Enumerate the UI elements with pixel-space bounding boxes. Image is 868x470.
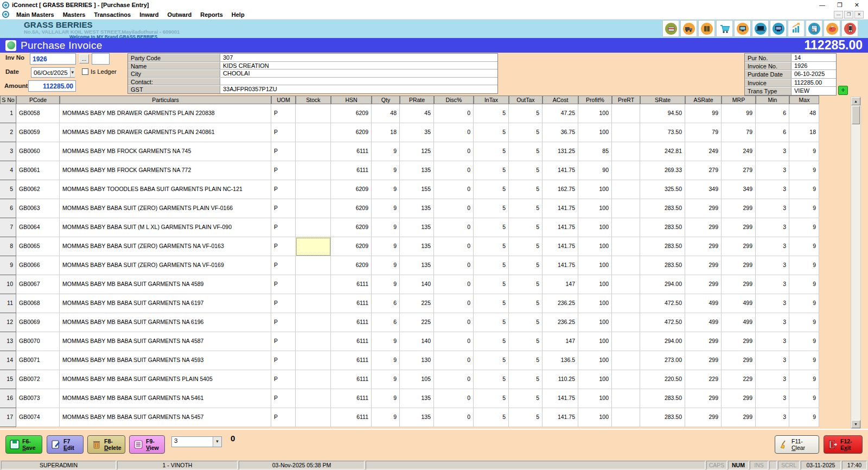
cell-max[interactable]: 9: [789, 294, 819, 313]
cell-particulars[interactable]: MOMMAS BABY MB FROCK GARMENTS NA 772: [60, 161, 271, 180]
cell-mrp[interactable]: 299: [722, 199, 756, 218]
cell-prert[interactable]: [612, 275, 640, 294]
cell-acost[interactable]: 141.75: [542, 389, 578, 408]
cell-srate[interactable]: 94.50: [640, 104, 685, 123]
cell-qty[interactable]: 9: [372, 332, 400, 351]
menu-main-masters[interactable]: Main Masters: [12, 11, 59, 18]
cell-sno[interactable]: 8: [0, 237, 16, 256]
cell-disc[interactable]: 0: [434, 123, 474, 142]
restore-button[interactable]: ❐: [837, 2, 843, 9]
cell-disc[interactable]: 0: [434, 237, 474, 256]
cell-stock[interactable]: [296, 351, 331, 370]
cell-max[interactable]: 18: [789, 123, 819, 142]
cell-stock[interactable]: [296, 180, 331, 199]
cell-disc[interactable]: 0: [434, 161, 474, 180]
cell-uom[interactable]: P: [271, 237, 296, 256]
cell-disc[interactable]: 0: [434, 370, 474, 389]
cell-prert[interactable]: [612, 161, 640, 180]
scrollbar-thumb[interactable]: [852, 106, 860, 124]
cell-pcode[interactable]: GB0066: [16, 256, 60, 275]
cell-min[interactable]: 3: [756, 275, 789, 294]
cell-profit[interactable]: 100: [578, 275, 612, 294]
vertical-scrollbar[interactable]: ▲ ▼: [851, 97, 861, 429]
cell-min[interactable]: 3: [756, 180, 789, 199]
cell-acost[interactable]: 136.5: [542, 351, 578, 370]
cell-uom[interactable]: P: [271, 351, 296, 370]
purchase-field-value[interactable]: 112285.00: [792, 79, 836, 86]
cell-intax[interactable]: 5: [474, 104, 509, 123]
cell-stock[interactable]: [296, 370, 331, 389]
cell-max[interactable]: 9: [789, 389, 819, 408]
cell-hsn[interactable]: 6111: [331, 142, 372, 161]
scroll-up-icon[interactable]: ▲: [851, 97, 860, 105]
cell-outtax[interactable]: 5: [509, 123, 542, 142]
cell-mrp[interactable]: 299: [722, 275, 756, 294]
cell-intax[interactable]: 5: [474, 218, 509, 237]
cell-prate[interactable]: 35: [400, 123, 434, 142]
copies-dropdown-arrow-icon[interactable]: ▼: [213, 437, 221, 447]
cell-max[interactable]: 9: [789, 332, 819, 351]
cell-sno[interactable]: 17: [0, 408, 16, 427]
cell-particulars[interactable]: MOMMAS BABY BABA SUIT (M L XL) GARMENTS …: [60, 218, 271, 237]
cell-uom[interactable]: P: [271, 256, 296, 275]
cell-prate[interactable]: 135: [400, 199, 434, 218]
cell-stock[interactable]: [296, 218, 331, 237]
cell-outtax[interactable]: 5: [509, 180, 542, 199]
cell-acost[interactable]: 141.75: [542, 237, 578, 256]
cell-min[interactable]: 6: [756, 123, 789, 142]
cell-mrp[interactable]: 229: [722, 370, 756, 389]
growth-chart-icon[interactable]: [788, 20, 805, 37]
cell-acost[interactable]: 110.25: [542, 370, 578, 389]
cell-uom[interactable]: P: [271, 370, 296, 389]
cell-min[interactable]: 3: [756, 313, 789, 332]
menu-inward[interactable]: Inward: [135, 11, 163, 18]
delete-button[interactable]: F8-Delete: [87, 435, 125, 454]
cell-qty[interactable]: 9: [372, 370, 400, 389]
cell-srate[interactable]: 269.33: [640, 161, 685, 180]
menu-transactinos[interactable]: Transactinos: [90, 11, 135, 18]
cell-asrate[interactable]: 299: [685, 351, 722, 370]
cell-qty[interactable]: 6: [372, 294, 400, 313]
cell-mrp[interactable]: 499: [722, 313, 756, 332]
cell-disc[interactable]: 0: [434, 142, 474, 161]
mdi-close-button[interactable]: ✕: [854, 11, 864, 18]
cell-min[interactable]: 3: [756, 218, 789, 237]
add-button[interactable]: +: [838, 86, 848, 95]
cell-pcode[interactable]: GB0070: [16, 332, 60, 351]
cell-profit[interactable]: 100: [578, 256, 612, 275]
cell-hsn[interactable]: 6209: [331, 180, 372, 199]
cell-particulars[interactable]: MOMMAS BABY BABA SUIT (ZERO) GARMENTS NA…: [60, 256, 271, 275]
cell-min[interactable]: 3: [756, 237, 789, 256]
cell-prert[interactable]: [612, 199, 640, 218]
cell-prate[interactable]: 135: [400, 256, 434, 275]
cell-min[interactable]: 3: [756, 294, 789, 313]
cell-prate[interactable]: 135: [400, 161, 434, 180]
cell-qty[interactable]: 6: [372, 313, 400, 332]
cell-prate[interactable]: 225: [400, 294, 434, 313]
card-icon[interactable]: [662, 20, 679, 37]
cell-asrate[interactable]: 279: [685, 161, 722, 180]
cell-qty[interactable]: 9: [372, 275, 400, 294]
amount-input[interactable]: 112285.00: [28, 80, 76, 92]
view-button[interactable]: F9-View: [129, 435, 165, 454]
cell-max[interactable]: 48: [789, 104, 819, 123]
cell-outtax[interactable]: 5: [509, 161, 542, 180]
mobile-pay-icon[interactable]: [841, 20, 858, 37]
cell-asrate[interactable]: 299: [685, 218, 722, 237]
cell-intax[interactable]: 5: [474, 332, 509, 351]
cell-min[interactable]: 3: [756, 256, 789, 275]
cell-prate[interactable]: 140: [400, 332, 434, 351]
mdi-restore-button[interactable]: ❐: [844, 11, 853, 18]
cell-disc[interactable]: 0: [434, 199, 474, 218]
cell-min[interactable]: 3: [756, 332, 789, 351]
cell-pcode[interactable]: GB0071: [16, 351, 60, 370]
purchase-field-value[interactable]: 14: [792, 54, 836, 61]
mdi-minimize-button[interactable]: —: [834, 11, 843, 18]
cell-uom[interactable]: P: [271, 123, 296, 142]
cell-prert[interactable]: [612, 104, 640, 123]
cell-intax[interactable]: 5: [474, 142, 509, 161]
laptop-icon[interactable]: [752, 20, 769, 37]
cell-hsn[interactable]: 6111: [331, 332, 372, 351]
cell-asrate[interactable]: 499: [685, 294, 722, 313]
cell-pcode[interactable]: GB0065: [16, 237, 60, 256]
